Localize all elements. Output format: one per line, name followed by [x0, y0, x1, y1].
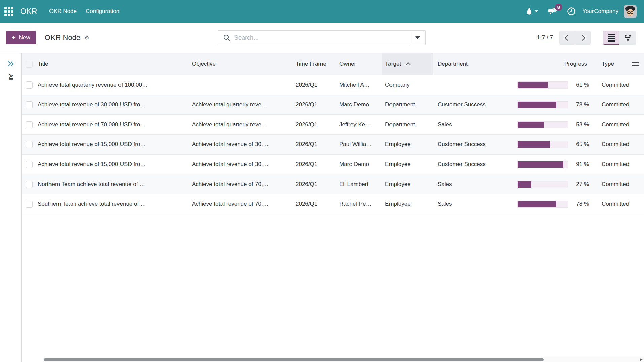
menu-configuration[interactable]: Configuration: [81, 5, 124, 18]
systray: 8 YourCompany: [526, 5, 637, 18]
cell-type: Committed: [589, 101, 644, 108]
user-menu[interactable]: [624, 5, 637, 18]
cell-progress: 91 %: [516, 155, 589, 174]
column-header-progress[interactable]: Progress: [516, 53, 589, 75]
row-checkbox[interactable]: [26, 101, 33, 108]
chevron-right-icon: [579, 35, 585, 41]
company-name: YourCompany: [582, 8, 618, 15]
table-row[interactable]: Southern Team achieve total revenue of ……: [22, 194, 644, 214]
row-checkbox-cell: [22, 155, 36, 174]
cell-target: Company: [382, 81, 433, 88]
cell-progress: 78 %: [516, 95, 589, 114]
column-header-target-label: Target: [385, 61, 401, 67]
cell-time-frame: 2026/Q1: [294, 121, 337, 128]
apps-grid-icon[interactable]: [4, 7, 13, 16]
table-row[interactable]: Northern Team achieve total revenue of ……: [22, 174, 644, 194]
menu-okr-node[interactable]: OKR Node: [45, 5, 81, 18]
cell-owner: Eli Lambert: [337, 181, 382, 188]
messages-menu[interactable]: 8: [547, 7, 557, 16]
row-checkbox[interactable]: [26, 81, 33, 89]
cell-type: Committed: [589, 201, 644, 207]
row-checkbox[interactable]: [26, 141, 33, 148]
horizontal-scrollbar[interactable]: [43, 357, 644, 362]
cell-department: Customer Success: [433, 141, 516, 148]
table-row[interactable]: Achieve total quarterly revenue of 100,0…: [22, 75, 644, 95]
cell-title: Southern Team achieve total revenue of …: [36, 201, 190, 207]
cell-type: Committed: [589, 121, 644, 128]
row-checkbox[interactable]: [26, 121, 33, 128]
new-button[interactable]: + New: [6, 31, 36, 44]
column-header-time-frame[interactable]: Time Frame: [294, 53, 337, 75]
company-switcher[interactable]: YourCompany: [582, 8, 618, 15]
cell-objective: Achieve total revenue of 30,…: [190, 141, 294, 148]
progress-bar-fill: [518, 122, 544, 128]
column-header-target[interactable]: Target: [382, 53, 433, 75]
pager-next-button[interactable]: [575, 31, 591, 45]
column-header-objective[interactable]: Objective: [190, 53, 294, 75]
cell-owner: Rachel Pe…: [337, 201, 382, 207]
clock-icon: [567, 7, 576, 16]
cell-objective: Achieve total revenue of 30,…: [190, 161, 294, 168]
content-area: All Title Objective Time Frame Owner Tar…: [0, 53, 644, 362]
cell-department: Sales: [433, 181, 516, 188]
chevron-down-icon: [535, 10, 538, 12]
cell-target: Employee: [382, 161, 433, 168]
progress-value: 78 %: [576, 201, 589, 207]
progress-bar: [517, 201, 568, 208]
progress-value: 61 %: [576, 81, 589, 88]
cell-title: Northern Team achieve total revenue of …: [36, 181, 190, 188]
hierarchy-view-button[interactable]: [619, 31, 636, 45]
search-icon: [223, 34, 230, 41]
list-view-icon: [608, 34, 615, 42]
search-input[interactable]: [234, 30, 410, 45]
activities-clock-menu[interactable]: [567, 7, 576, 16]
row-checkbox[interactable]: [26, 161, 33, 168]
cell-owner: Jeffrey Ke…: [337, 121, 382, 128]
cell-type: Committed: [589, 161, 644, 168]
table-row[interactable]: Achieve total revenue of 30,000 USD fro……: [22, 95, 644, 115]
list-view-button[interactable]: [603, 31, 619, 45]
column-header-department[interactable]: Department: [433, 53, 516, 75]
progress-value: 91 %: [576, 161, 589, 168]
cell-title: Achieve total quarterly revenue of 100,0…: [36, 81, 190, 88]
cell-target: Employee: [382, 201, 433, 207]
search-options-toggle[interactable]: [410, 31, 425, 45]
optional-columns-icon[interactable]: [632, 61, 640, 67]
cell-time-frame: 2026/Q1: [294, 141, 337, 148]
pager: [559, 31, 591, 45]
pager-previous-button[interactable]: [559, 31, 575, 45]
expand-panel-icon[interactable]: [7, 61, 14, 67]
page-settings-gear-icon[interactable]: ⚙: [84, 34, 89, 41]
table-row[interactable]: Achieve total revenue of 15,000 USD fro……: [22, 135, 644, 155]
sort-ascending-icon: [406, 62, 411, 67]
table-header: Title Objective Time Frame Owner Target …: [22, 53, 644, 75]
select-all-checkbox[interactable]: [26, 61, 33, 68]
progress-bar-fill: [518, 102, 556, 108]
cell-department: Sales: [433, 201, 516, 207]
cell-title: Achieve total revenue of 15,000 USD fro…: [36, 161, 190, 168]
activity-drop-menu[interactable]: [526, 7, 538, 16]
scrollbar-thumb[interactable]: [44, 358, 544, 361]
scrollbar-right-arrow[interactable]: [640, 358, 643, 361]
row-checkbox[interactable]: [26, 201, 33, 208]
progress-bar: [517, 181, 568, 188]
table-row[interactable]: Achieve total revenue of 15,000 USD fro……: [22, 155, 644, 174]
cell-progress: 27 %: [516, 174, 589, 194]
cell-title: Achieve total revenue of 15,000 USD fro…: [36, 141, 190, 148]
cell-objective: Achieve total quarterly reve…: [190, 101, 294, 108]
column-header-title[interactable]: Title: [36, 53, 190, 75]
header-checkbox-cell: [22, 53, 36, 75]
cell-owner: Marc Demo: [337, 161, 382, 168]
progress-bar: [517, 81, 568, 89]
cell-progress: 65 %: [516, 135, 589, 154]
row-checkbox[interactable]: [26, 181, 33, 188]
row-checkbox-cell: [22, 75, 36, 95]
column-header-owner[interactable]: Owner: [337, 53, 382, 75]
app-brand[interactable]: OKR: [20, 7, 37, 16]
cell-target: Employee: [382, 181, 433, 188]
cell-target: Department: [382, 121, 433, 128]
progress-bar: [517, 101, 568, 108]
caret-down-icon: [415, 36, 420, 39]
table-row[interactable]: Achieve total revenue of 70,000 USD fro……: [22, 115, 644, 135]
panel-filter-all[interactable]: All: [7, 74, 14, 80]
